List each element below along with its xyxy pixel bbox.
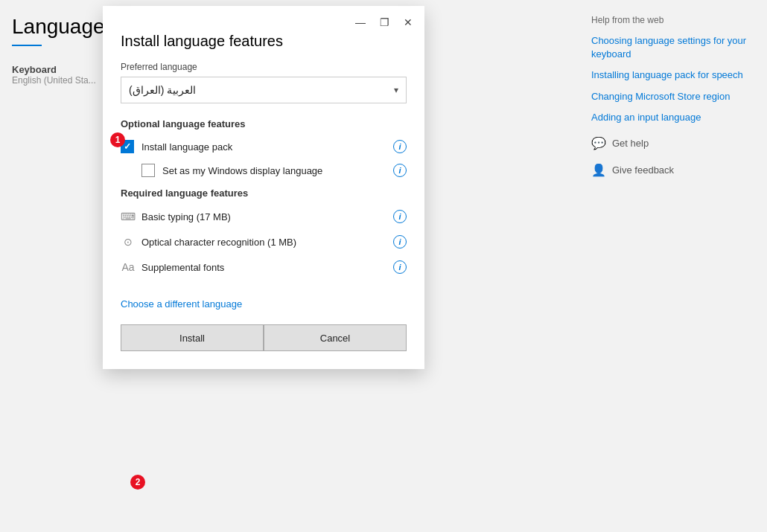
display-lang-info-icon[interactable]: i xyxy=(393,164,407,177)
ocr-item: ⊙ Optical character recognition (1 MB) i xyxy=(121,234,407,249)
feedback-label: Give feedback xyxy=(612,164,674,176)
ocr-icon: ⊙ xyxy=(121,234,136,249)
maximize-button[interactable]: ❐ xyxy=(374,12,395,33)
help-link-speech[interactable]: Installing language pack for speech xyxy=(591,68,749,82)
help-panel: Help from the web Choosing language sett… xyxy=(573,0,767,532)
help-title: Help from the web xyxy=(591,15,749,25)
display-lang-feature: Set as my Windows display language i xyxy=(121,164,407,177)
feedback-icon: 👤 xyxy=(591,163,606,178)
dialog-body: Install language features Preferred lang… xyxy=(103,33,424,369)
display-lang-label: Set as my Windows display language xyxy=(162,165,322,176)
step-badge-2: 2 xyxy=(130,475,145,490)
minimize-button[interactable]: — xyxy=(350,12,371,33)
display-lang-row: Set as my Windows display language xyxy=(121,164,386,177)
install-button[interactable]: Install xyxy=(121,324,264,351)
get-help-icon: 💬 xyxy=(591,136,606,151)
help-link-input[interactable]: Adding an input language xyxy=(591,111,749,124)
step-badge-1: 1 xyxy=(110,132,125,147)
dialog-action-buttons: Install Cancel xyxy=(121,324,407,351)
close-button[interactable]: ✕ xyxy=(398,12,418,33)
help-link-keyboard[interactable]: Choosing language settings for your keyb… xyxy=(591,34,749,61)
language-dropdown-value: العربية (العراق) xyxy=(129,84,196,96)
install-language-dialog: — ❐ ✕ Install language features Preferre… xyxy=(103,6,424,369)
choose-different-language-link[interactable]: Choose a different language xyxy=(121,298,407,310)
required-section: Required language features ⌨ Basic typin… xyxy=(121,188,407,275)
language-dropdown[interactable]: العربية (العراق) ▾ xyxy=(121,77,407,103)
fonts-icon: Aa xyxy=(121,260,136,275)
ocr-info-icon[interactable]: i xyxy=(393,235,407,249)
basic-typing-label: Basic typing (17 MB) xyxy=(141,211,387,222)
chevron-down-icon: ▾ xyxy=(394,85,398,95)
get-help-action[interactable]: 💬 Get help xyxy=(591,136,749,151)
preferred-language-field-label: Preferred language xyxy=(121,62,407,72)
cancel-button[interactable]: Cancel xyxy=(264,324,407,351)
basic-typing-info-icon[interactable]: i xyxy=(393,210,407,223)
install-pack-label: Install language pack xyxy=(141,141,232,153)
dialog-titlebar: — ❐ ✕ xyxy=(103,6,424,33)
get-help-label: Get help xyxy=(612,138,649,149)
keyboard-icon: ⌨ xyxy=(121,209,136,224)
install-pack-info-icon[interactable]: i xyxy=(393,140,407,153)
install-pack-row: Install language pack xyxy=(121,140,386,153)
optional-section-heading: Optional language features xyxy=(121,118,407,129)
give-feedback-action[interactable]: 👤 Give feedback xyxy=(591,163,749,178)
ocr-label: Optical character recognition (1 MB) xyxy=(141,237,387,248)
fonts-item: Aa Supplemental fonts i xyxy=(121,260,407,275)
display-lang-checkbox[interactable] xyxy=(141,164,155,177)
basic-typing-item: ⌨ Basic typing (17 MB) i xyxy=(121,209,407,224)
help-link-store[interactable]: Changing Microsoft Store region xyxy=(591,90,749,103)
fonts-info-icon[interactable]: i xyxy=(393,260,407,274)
dialog-title: Install language features xyxy=(121,33,407,50)
fonts-label: Supplemental fonts xyxy=(141,262,387,273)
install-pack-feature: Install language pack i xyxy=(121,140,407,153)
title-underline xyxy=(12,45,42,46)
required-section-heading: Required language features xyxy=(121,188,407,199)
